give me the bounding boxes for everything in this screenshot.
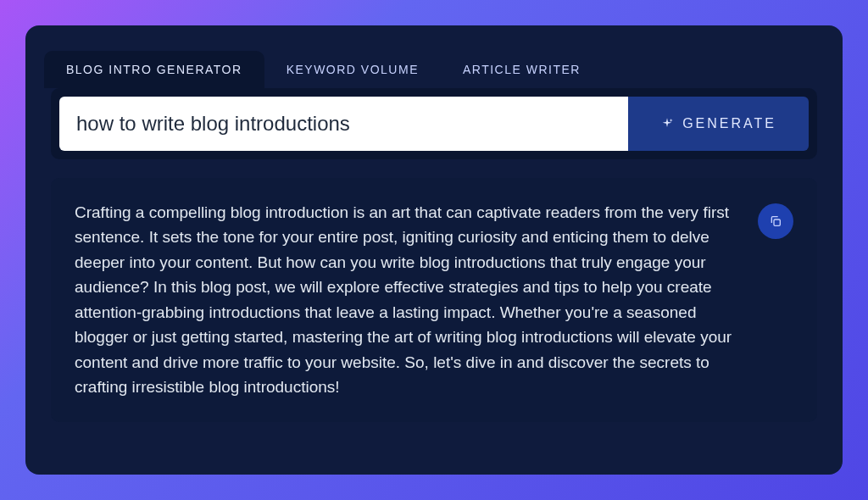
copy-icon (769, 214, 782, 228)
tab-keyword-volume[interactable]: KEYWORD VOLUME (264, 51, 441, 88)
tab-label: BLOG INTRO GENERATOR (66, 63, 242, 76)
tab-label: ARTICLE WRITER (463, 63, 581, 76)
input-row: GENERATE (51, 88, 817, 159)
output-card: Crafting a compelling blog introduction … (51, 178, 817, 422)
tabs-row: BLOG INTRO GENERATOR KEYWORD VOLUME ARTI… (44, 51, 817, 88)
main-panel: BLOG INTRO GENERATOR KEYWORD VOLUME ARTI… (25, 25, 843, 475)
generate-label: GENERATE (682, 116, 776, 131)
copy-button[interactable] (758, 203, 793, 239)
sparkle-icon (660, 117, 674, 131)
generate-button[interactable]: GENERATE (628, 97, 809, 151)
query-input[interactable] (59, 97, 628, 151)
tab-article-writer[interactable]: ARTICLE WRITER (441, 51, 603, 88)
svg-rect-0 (774, 219, 780, 225)
output-text: Crafting a compelling blog introduction … (75, 200, 741, 400)
tab-label: KEYWORD VOLUME (287, 63, 419, 76)
tab-blog-intro-generator[interactable]: BLOG INTRO GENERATOR (44, 51, 264, 88)
